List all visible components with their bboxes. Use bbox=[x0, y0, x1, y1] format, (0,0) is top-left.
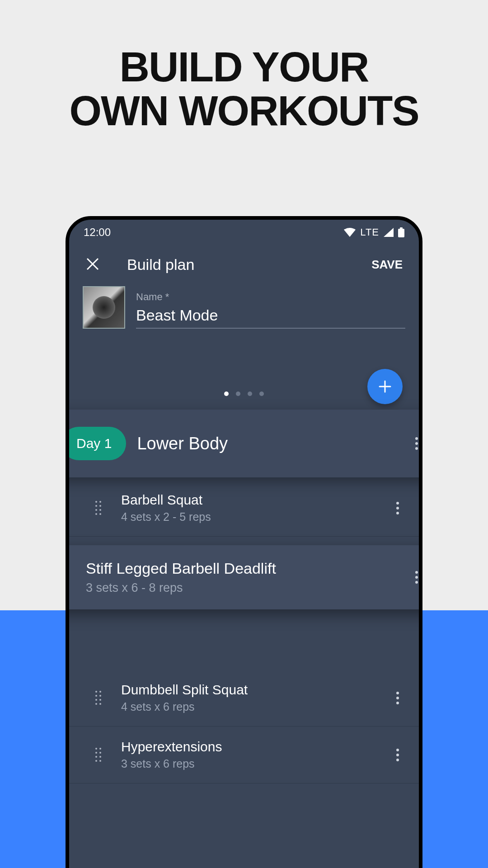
page-indicator bbox=[224, 392, 264, 396]
svg-rect-0 bbox=[398, 229, 404, 237]
page-dot[interactable] bbox=[248, 392, 252, 396]
statusbar: 12:00 LTE bbox=[69, 220, 419, 245]
exercise-name: Stiff Legged Barbell Deadlift bbox=[86, 560, 276, 577]
exercise-row: Barbell Squat 4 sets x 2 - 5 reps bbox=[69, 480, 419, 537]
exercise-row: Dumbbell Split Squat 4 sets x 6 reps bbox=[69, 670, 419, 726]
day-header: Day 1 Lower Body bbox=[66, 410, 422, 477]
save-button[interactable]: SAVE bbox=[368, 254, 406, 275]
add-button[interactable] bbox=[367, 369, 403, 404]
drag-handle-icon[interactable] bbox=[91, 686, 106, 709]
battery-icon bbox=[398, 227, 404, 237]
device-frame: 12:00 LTE Build plan SAVE Name * Beast M… bbox=[66, 216, 422, 868]
screen-title: Build plan bbox=[127, 256, 194, 274]
drag-handle-icon[interactable] bbox=[91, 743, 106, 766]
exercise-row-dragging[interactable]: Stiff Legged Barbell Deadlift 3 sets x 6… bbox=[66, 545, 422, 609]
plan-thumbnail[interactable] bbox=[83, 286, 125, 329]
name-label: Name * bbox=[136, 291, 405, 303]
drag-handle-icon[interactable] bbox=[66, 566, 70, 589]
svg-rect-1 bbox=[400, 227, 403, 229]
close-icon bbox=[86, 258, 99, 270]
signal-icon bbox=[384, 228, 394, 237]
exercise-row: Hyperextensions 3 sets x 6 reps bbox=[69, 726, 419, 783]
exercise-meta: 3 sets x 6 - 8 reps bbox=[86, 581, 276, 595]
exercise-meta: 4 sets x 2 - 5 reps bbox=[121, 510, 211, 524]
plan-form: Name * Beast Mode bbox=[69, 282, 419, 329]
page-dot[interactable] bbox=[224, 392, 229, 396]
day-chip[interactable]: Day 1 bbox=[66, 427, 126, 460]
exercise-menu-button[interactable] bbox=[391, 686, 404, 710]
exercise-menu-button[interactable] bbox=[391, 743, 404, 767]
close-button[interactable] bbox=[82, 253, 103, 276]
page-dot[interactable] bbox=[259, 392, 264, 396]
drag-handle-icon[interactable] bbox=[91, 496, 106, 519]
exercise-menu-button[interactable] bbox=[410, 566, 422, 589]
headline-line2: OWN WORKOUTS bbox=[69, 88, 418, 134]
statusbar-time: 12:00 bbox=[84, 226, 111, 239]
exercise-meta: 4 sets x 6 reps bbox=[121, 700, 248, 713]
day-title: Lower Body bbox=[137, 434, 228, 453]
exercise-name: Hyperextensions bbox=[121, 739, 222, 755]
day-menu-button[interactable] bbox=[410, 432, 422, 455]
promo-headline: BUILD YOUR OWN WORKOUTS bbox=[0, 45, 488, 132]
wifi-icon bbox=[344, 228, 356, 237]
titlebar: Build plan SAVE bbox=[69, 245, 419, 282]
page-dot[interactable] bbox=[236, 392, 240, 396]
exercise-meta: 3 sets x 6 reps bbox=[121, 757, 222, 770]
exercise-menu-button[interactable] bbox=[391, 496, 404, 520]
exercise-name: Barbell Squat bbox=[121, 492, 211, 508]
network-label: LTE bbox=[360, 226, 379, 238]
exercise-name: Dumbbell Split Squat bbox=[121, 682, 248, 698]
name-input[interactable]: Beast Mode bbox=[136, 307, 405, 329]
plus-icon bbox=[378, 379, 392, 394]
exercise-list: Barbell Squat 4 sets x 2 - 5 reps Trap B… bbox=[69, 480, 419, 783]
headline-line1: BUILD YOUR bbox=[120, 44, 369, 90]
